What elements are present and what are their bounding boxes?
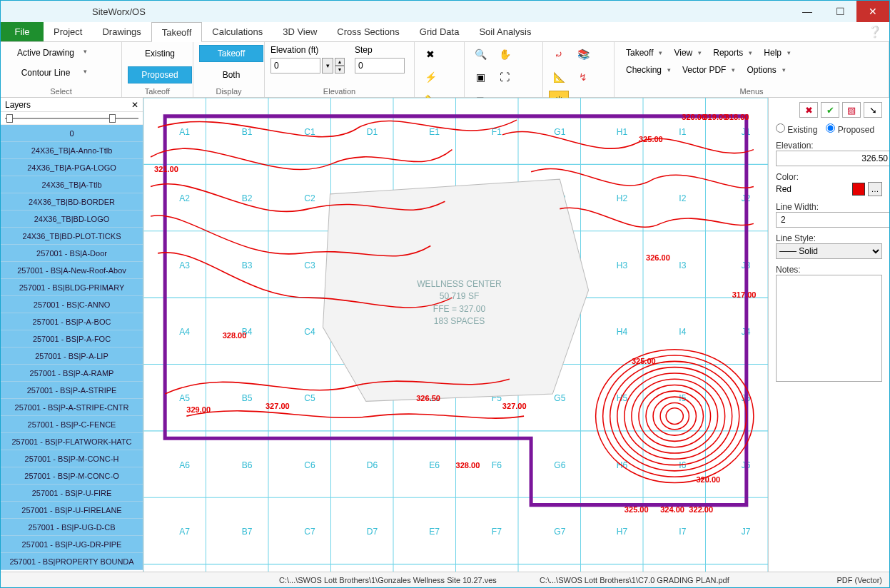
menu-options[interactable]: Options <box>741 64 791 76</box>
layer-item[interactable]: 24X36_TB|A-Ttlb <box>1 176 143 193</box>
layer-item[interactable]: 257001 - BS|P-A-RAMP <box>1 365 143 382</box>
contour-line-dropdown[interactable]: Contour Line <box>6 65 92 81</box>
layer-item[interactable]: 24X36_TB|A-PGA-LOGO <box>1 159 143 176</box>
proposed-radio[interactable]: Proposed <box>826 123 874 135</box>
layer-item[interactable]: 257001 - BS|P-UG-D-CB <box>1 519 143 536</box>
elevation-combo-arrow[interactable]: ▾ <box>322 58 333 74</box>
proposed-button[interactable]: Proposed <box>128 66 192 83</box>
color-picker-button[interactable]: … <box>868 182 882 196</box>
drawing-canvas[interactable]: A1A2A3A4A5A6A7B1B2B3B4B5B6B7C1C2C3C4C5C6… <box>143 98 768 572</box>
cancel-action-icon[interactable]: ✖ <box>420 45 440 64</box>
tab-project[interactable]: Project <box>44 22 92 41</box>
svg-text:A4: A4 <box>179 327 190 337</box>
linewidth-field[interactable] <box>776 212 889 228</box>
tab-calculations[interactable]: Calculations <box>202 22 273 41</box>
layer-item[interactable]: 257001 - BS|A-Door <box>1 245 143 262</box>
layer-item[interactable]: 257001 - BS|P-A-FOC <box>1 330 143 348</box>
zoom-area-icon[interactable]: ▣ <box>470 68 490 86</box>
vector-layers-icon[interactable]: 📚 <box>573 45 593 64</box>
color-swatch <box>852 183 865 196</box>
active-drawing-dropdown[interactable]: Active Drawing <box>6 45 92 61</box>
close-button[interactable]: ✕ <box>856 1 889 22</box>
menu-tabs: File ProjectDrawingsTakeoffCalculations3… <box>1 22 889 42</box>
layer-item[interactable]: 257001 - BS|C-ANNO <box>1 296 143 313</box>
curve-tool-icon[interactable]: ➘ <box>864 102 882 118</box>
layers-close-icon[interactable]: ✕ <box>131 100 138 110</box>
vector-tool-a-icon[interactable]: ⤾ <box>549 45 569 64</box>
layers-panel: Layers ✕ 024X36_TB|A-Anno-Ttlb24X36_TB|A… <box>1 98 143 572</box>
menu-view[interactable]: View <box>668 46 707 59</box>
svg-text:325.00: 325.00 <box>639 135 663 143</box>
layer-item[interactable]: 24X36_TB|BD-PLOT-TICKS <box>1 228 143 245</box>
existing-button[interactable]: Existing <box>128 45 192 62</box>
vector-tool-b-icon[interactable]: 📐 <box>549 68 569 86</box>
display-both-button[interactable]: Both <box>199 66 263 83</box>
layers-opacity-slider[interactable] <box>1 112 143 125</box>
bolt-icon[interactable]: ⚡ <box>420 68 440 86</box>
ok-icon-button[interactable]: ✔ <box>821 102 839 118</box>
elevation-spin-up[interactable]: ▲ <box>335 58 345 66</box>
svg-text:A3: A3 <box>179 260 190 270</box>
file-tab[interactable]: File <box>1 22 44 41</box>
svg-text:E1: E1 <box>429 127 440 137</box>
svg-text:FFE = 327.00: FFE = 327.00 <box>433 304 486 314</box>
zoom-extents-icon[interactable]: ⛶ <box>495 68 515 86</box>
tab-3d-view[interactable]: 3D View <box>273 22 327 41</box>
tab-cross-sections[interactable]: Cross Sections <box>327 22 409 41</box>
layer-item[interactable]: 257001 - BS|P-A-STRIPE <box>1 382 143 399</box>
elevation-input[interactable] <box>270 58 320 74</box>
svg-text:325.00: 325.00 <box>624 505 649 514</box>
color-name: Red <box>776 184 849 194</box>
notes-textarea[interactable] <box>776 275 882 382</box>
menu-vector-pdf[interactable]: Vector PDF <box>677 64 741 76</box>
layer-item[interactable]: 257001 - BS|P-A-STRIPE-CNTR <box>1 399 143 416</box>
boundary-toggle-icon[interactable]: ▧ <box>842 102 861 118</box>
svg-text:327.00: 327.00 <box>266 402 290 410</box>
tab-takeoff[interactable]: Takeoff <box>151 22 203 42</box>
layer-item[interactable]: 257001 - BS|P-M-CONC-O <box>1 467 143 485</box>
cancel-icon-button[interactable]: ✖ <box>799 102 818 118</box>
menu-takeoff[interactable]: Takeoff <box>620 46 668 59</box>
layer-item[interactable]: 257001 - BS|P-U-FIRELANE <box>1 502 143 519</box>
elevation-field[interactable] <box>776 151 889 166</box>
svg-point-98 <box>646 391 703 442</box>
tab-drawings[interactable]: Drawings <box>92 22 151 41</box>
layer-item[interactable]: 257001 - BS|P-A-BOC <box>1 313 143 330</box>
layer-item[interactable]: 0 <box>1 125 143 142</box>
layer-item[interactable]: 24X36_TB|BD-LOGO <box>1 211 143 228</box>
layer-item[interactable]: 257001 - BS|P-FLATWORK-HATC <box>1 433 143 450</box>
svg-point-93 <box>610 361 739 471</box>
zoom-in-icon[interactable]: 🔍 <box>470 45 490 64</box>
layer-item[interactable]: 24X36_TB|A-Anno-Ttlb <box>1 142 143 159</box>
maximize-button[interactable]: ☐ <box>824 1 856 22</box>
menu-reports[interactable]: Reports <box>707 46 758 59</box>
svg-text:H3: H3 <box>617 260 628 270</box>
menu-help[interactable]: Help <box>758 46 797 59</box>
vector-tool-c-icon[interactable]: ↯ <box>573 68 593 86</box>
help-icon[interactable]: ❔ <box>868 22 882 41</box>
existing-radio[interactable]: Existing <box>776 123 817 135</box>
svg-text:G5: G5 <box>554 393 565 403</box>
menu-checking[interactable]: Checking <box>620 64 677 76</box>
layer-item[interactable]: 24X36_TB|BD-BORDER <box>1 193 143 211</box>
minimize-button[interactable]: — <box>791 1 824 22</box>
layer-item[interactable]: 257001 - BS|P-A-LIP <box>1 348 143 365</box>
layer-item[interactable]: 257001 - BS|A-New-Roof-Abov <box>1 262 143 279</box>
layer-item[interactable]: 257001 - BS|PROPERTY BOUNDA <box>1 553 143 570</box>
svg-text:327.00: 327.00 <box>502 402 527 410</box>
layer-item[interactable]: 257001 - BS|P-M-CONC-H <box>1 450 143 467</box>
svg-text:G1: G1 <box>554 127 565 137</box>
display-takeoff-button[interactable]: Takeoff <box>199 45 263 62</box>
tab-soil-analysis[interactable]: Soil Analysis <box>469 22 541 41</box>
elevation-spin-down[interactable]: ▼ <box>335 66 345 74</box>
svg-text:F6: F6 <box>492 460 502 470</box>
layer-item[interactable]: 257001 - BS|P-UG-DR-PIPE <box>1 536 143 553</box>
step-input[interactable] <box>355 58 405 74</box>
layer-item[interactable]: 257001 - BS|BLDG-PRIMARY <box>1 279 143 296</box>
pan-icon[interactable]: ✋ <box>495 45 515 64</box>
layer-item[interactable]: 257001 - BS|P-U-FIRE <box>1 485 143 502</box>
svg-text:I4: I4 <box>679 327 686 337</box>
layer-item[interactable]: 257001 - BS|P-C-FENCE <box>1 416 143 433</box>
linestyle-select[interactable]: —— Solid <box>776 243 882 259</box>
tab-grid-data[interactable]: Grid Data <box>410 22 470 41</box>
